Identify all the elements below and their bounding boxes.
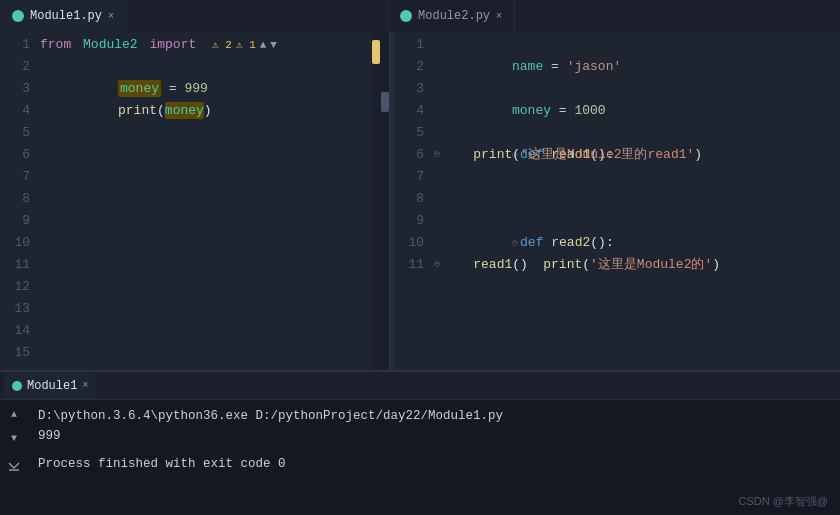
right-line-9-def-read2: ⊖def read2(): — [434, 210, 840, 232]
command-line: D:\python.3.6.4\python36.exe D:/pythonPr… — [38, 406, 830, 426]
svg-line-0 — [9, 463, 14, 468]
fold-icon-read1-body[interactable]: ⊖ — [434, 144, 440, 166]
bottom-tab-close[interactable]: × — [82, 380, 88, 391]
left-code-lines: from Module2 import ⚠ 2 ⚠ 1 ▲ ▼ money = … — [36, 32, 371, 370]
line-8 — [40, 188, 371, 210]
output-value: 999 — [38, 426, 830, 446]
line-11 — [40, 254, 371, 276]
tab-module2-close[interactable]: × — [496, 11, 502, 22]
line-12 — [40, 276, 371, 298]
scroll-down-btn[interactable]: ▼ — [6, 430, 22, 446]
svg-line-1 — [14, 463, 19, 468]
fold-icon-read2[interactable]: ⊖ — [512, 238, 518, 249]
expand-down-icon[interactable]: ▼ — [270, 34, 277, 56]
right-line-8 — [434, 188, 840, 210]
line-7 — [40, 166, 371, 188]
right-pane: 1 2 3 4 5 6 7 8 9 10 11 name = 'jason' — [394, 32, 840, 370]
left-scrollbar-track[interactable] — [371, 32, 381, 370]
editor-tab-bar: Module1.py × Module2.py × — [0, 0, 840, 32]
left-line-numbers: 1 2 3 4 5 6 7 8 9 10 11 12 13 14 15 — [0, 32, 36, 370]
right-line-1-name: name = 'jason' — [434, 34, 840, 56]
minimap — [381, 32, 389, 370]
tab-module1[interactable]: Module1.py × — [0, 0, 127, 32]
terminal-output: D:\python.3.6.4\python36.exe D:/pythonPr… — [28, 400, 840, 515]
left-scrollbar-thumb[interactable] — [372, 40, 380, 64]
line-10 — [40, 232, 371, 254]
finish-message: Process finished with exit code 0 — [38, 454, 830, 474]
tab-module2[interactable]: Module2.py × — [387, 0, 515, 32]
fold-icon-read2-body[interactable]: ⊖ — [434, 254, 440, 276]
bottom-tab-bar: Module1 × — [0, 372, 840, 400]
bottom-sidebar: ▲ ▼ — [0, 400, 28, 515]
warning-2: ⚠ 1 — [236, 34, 256, 56]
tab-module1-label: Module1.py — [30, 9, 102, 23]
watermark: CSDN @李智强@ — [738, 494, 828, 509]
python-icon-module1 — [12, 10, 24, 22]
warning-1: ⚠ 2 — [212, 34, 232, 56]
line-6 — [40, 144, 371, 166]
line-2-money-assign: money = 999 — [40, 56, 371, 78]
scroll-bottom-btn[interactable] — [6, 458, 22, 474]
expand-up-icon[interactable]: ▲ — [260, 34, 267, 56]
python-icon-module2 — [400, 10, 412, 22]
minimap-thumb — [381, 92, 389, 112]
left-pane: 1 2 3 4 5 6 7 8 9 10 11 12 13 14 15 from — [0, 32, 390, 370]
bottom-tab-module1[interactable]: Module1 × — [4, 372, 96, 399]
scroll-up-btn[interactable]: ▲ — [6, 406, 22, 422]
line-9 — [40, 210, 371, 232]
tab-module2-label: Module2.py — [418, 9, 490, 23]
bottom-content-area: ▲ ▼ D:\python.3.6.4\python36.exe D:/pyth… — [0, 400, 840, 515]
editor-area: 1 2 3 4 5 6 7 8 9 10 11 12 13 14 15 from — [0, 32, 840, 370]
right-line-6-print-read1: ⊖ print('这里是Module2里的read1') — [434, 144, 840, 166]
python-icon-bottom — [12, 381, 22, 391]
bottom-panel: Module1 × ▲ ▼ D:\python.3.6.4\python36.e… — [0, 370, 840, 515]
line-1-import: from Module2 import ⚠ 2 ⚠ 1 ▲ ▼ — [40, 34, 371, 56]
right-code-lines: name = 'jason' money = 1000 ⊖def read1()… — [430, 32, 840, 370]
right-line-numbers: 1 2 3 4 5 6 7 8 9 10 11 — [394, 32, 430, 370]
tab-module1-close[interactable]: × — [108, 11, 114, 22]
bottom-tab-label: Module1 — [27, 379, 77, 393]
right-code-content: 1 2 3 4 5 6 7 8 9 10 11 name = 'jason' — [394, 32, 840, 370]
left-code-content: 1 2 3 4 5 6 7 8 9 10 11 12 13 14 15 from — [0, 32, 389, 370]
